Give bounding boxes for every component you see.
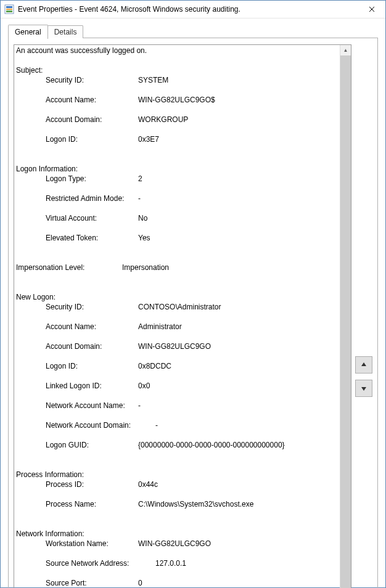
workstation-value: WIN-GG82ULGC9GO bbox=[138, 539, 211, 549]
process-name-label: Process Name: bbox=[16, 499, 138, 509]
process-id-value: 0x44c bbox=[138, 480, 158, 489]
svg-rect-2 bbox=[6, 9, 12, 10]
impersonation-label: Impersonation Level: bbox=[16, 263, 122, 272]
newlogon-net-account-domain-value: - bbox=[155, 420, 158, 430]
process-id-label: Process ID: bbox=[16, 480, 138, 489]
tab-panel-general: An account was successfully logged on. S… bbox=[8, 38, 378, 588]
subject-sid-label: Security ID: bbox=[16, 75, 138, 85]
event-properties-window: Event Properties - Event 4624, Microsoft… bbox=[0, 0, 386, 588]
newlogon-account-name-label: Account Name: bbox=[16, 322, 138, 332]
event-viewer-icon bbox=[4, 4, 14, 14]
svg-rect-1 bbox=[6, 6, 12, 8]
main-row: An account was successfully logged on. S… bbox=[14, 44, 372, 588]
network-info-header: Network Information: bbox=[16, 529, 84, 538]
newlogon-linked-id-value: 0x0 bbox=[138, 381, 150, 391]
newlogon-sid-value: CONTOSO\Administrator bbox=[138, 302, 221, 312]
subject-logon-id-label: Logon ID: bbox=[16, 134, 138, 144]
newlogon-net-account-domain-label: Network Account Domain: bbox=[16, 420, 155, 430]
newlogon-logon-id-value: 0x8DCDC bbox=[138, 361, 171, 371]
tabs: General Details bbox=[8, 23, 378, 38]
tab-details[interactable]: Details bbox=[47, 25, 84, 38]
tab-general[interactable]: General bbox=[8, 25, 48, 39]
workstation-label: Workstation Name: bbox=[16, 539, 138, 549]
content-area: General Details An account was successfu… bbox=[1, 18, 385, 588]
svg-rect-3 bbox=[6, 10, 12, 12]
scroll-up-icon[interactable]: ▲ bbox=[340, 45, 351, 55]
source-port-value: 0 bbox=[138, 578, 142, 588]
newlogon-logon-id-label: Logon ID: bbox=[16, 361, 138, 371]
next-event-button[interactable] bbox=[355, 380, 372, 397]
newlogon-linked-id-label: Linked Logon ID: bbox=[16, 381, 138, 391]
subject-account-name-value: WIN-GG82ULGC9GO$ bbox=[138, 95, 215, 105]
nav-buttons bbox=[355, 44, 372, 588]
description-scrollbar[interactable]: ▲ ▼ bbox=[340, 45, 351, 588]
subject-logon-id-value: 0x3E7 bbox=[138, 134, 159, 144]
subject-account-name-label: Account Name: bbox=[16, 95, 138, 105]
newlogon-account-name-value: Administrator bbox=[138, 322, 182, 332]
logon-type-label: Logon Type: bbox=[16, 174, 138, 184]
new-logon-header: New Logon: bbox=[16, 293, 55, 301]
previous-event-button[interactable] bbox=[355, 356, 372, 374]
subject-account-domain-value: WORKGROUP bbox=[138, 115, 188, 125]
process-info-header: Process Information: bbox=[16, 470, 84, 479]
elevated-token-label: Elevated Token: bbox=[16, 233, 138, 243]
titlebar: Event Properties - Event 4624, Microsoft… bbox=[1, 1, 385, 18]
logon-type-value: 2 bbox=[138, 174, 142, 184]
impersonation-value: Impersonation bbox=[122, 263, 169, 272]
newlogon-account-domain-label: Account Domain: bbox=[16, 341, 138, 351]
restricted-admin-label: Restricted Admin Mode: bbox=[16, 194, 138, 203]
logon-info-header: Logon Information: bbox=[16, 165, 78, 173]
newlogon-net-account-name-value: - bbox=[138, 401, 141, 410]
window-title: Event Properties - Event 4624, Microsoft… bbox=[18, 5, 358, 14]
description-text: An account was successfully logged on. S… bbox=[14, 45, 340, 588]
newlogon-sid-label: Security ID: bbox=[16, 302, 138, 312]
elevated-token-value: Yes bbox=[138, 233, 150, 243]
restricted-admin-value: - bbox=[138, 194, 141, 203]
newlogon-net-account-name-label: Network Account Name: bbox=[16, 401, 138, 410]
description-box[interactable]: An account was successfully logged on. S… bbox=[14, 44, 351, 588]
arrow-down-icon bbox=[360, 385, 368, 392]
scroll-thumb[interactable] bbox=[340, 55, 351, 588]
source-address-label: Source Network Address: bbox=[16, 558, 155, 568]
close-window-button[interactable] bbox=[358, 1, 385, 18]
subject-account-domain-label: Account Domain: bbox=[16, 115, 138, 125]
virtual-account-value: No bbox=[138, 213, 147, 223]
newlogon-guid-label: Logon GUID: bbox=[16, 440, 138, 450]
arrow-up-icon bbox=[360, 361, 368, 369]
newlogon-account-domain-value: WIN-GG82ULGC9GO bbox=[138, 341, 211, 351]
virtual-account-label: Virtual Account: bbox=[16, 213, 138, 223]
subject-sid-value: SYSTEM bbox=[138, 75, 168, 85]
process-name-value: C:\Windows\System32\svchost.exe bbox=[138, 499, 253, 509]
desc-header: An account was successfully logged on. bbox=[16, 46, 147, 55]
source-address-value: 127.0.0.1 bbox=[155, 558, 186, 568]
newlogon-guid-value: {00000000-0000-0000-0000-000000000000} bbox=[138, 440, 285, 450]
subject-header: Subject: bbox=[16, 66, 43, 75]
source-port-label: Source Port: bbox=[16, 578, 138, 588]
